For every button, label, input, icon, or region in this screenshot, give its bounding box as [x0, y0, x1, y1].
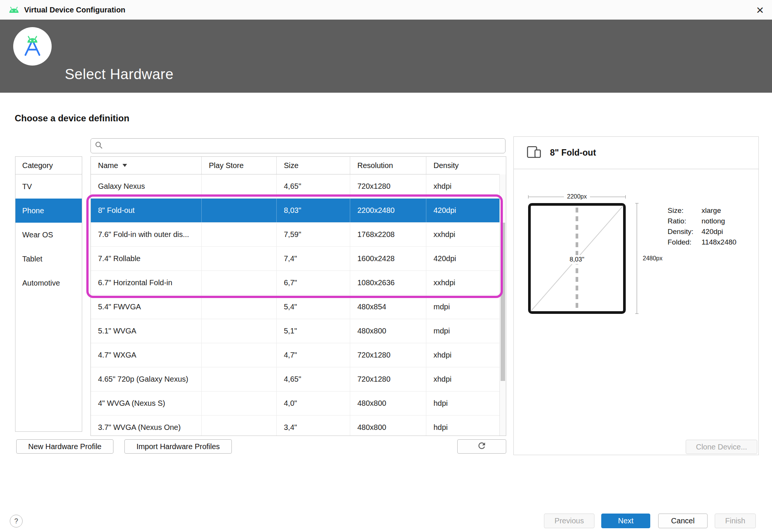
cell-density: hdpi [426, 416, 499, 436]
cell-resolution: 720x1280 [350, 343, 426, 367]
cell-size: 7,4" [277, 247, 350, 271]
cell-name: 4.7" WXGA [91, 343, 202, 367]
help-button[interactable]: ? [10, 515, 23, 527]
category-item[interactable]: Tablet [15, 247, 82, 271]
cell-playstore [202, 247, 277, 271]
cell-resolution: 480x800 [350, 391, 426, 415]
spec-label: Size: [668, 205, 702, 216]
android-logo-icon [8, 6, 20, 14]
import-hardware-profiles-button[interactable]: Import Hardware Profiles [124, 439, 232, 454]
clone-device-button[interactable]: Clone Device... [686, 440, 757, 454]
spec-row: Folded: 1148x2480 [668, 237, 737, 248]
new-hardware-profile-button[interactable]: New Hardware Profile [16, 439, 113, 454]
virtual-device-configuration-window: Virtual Device Configuration × Select Ha… [0, 0, 772, 532]
table-row[interactable]: 5.1" WVGA 5,1" 480x800 mdpi [91, 319, 499, 343]
finish-button[interactable]: Finish [715, 514, 756, 528]
refresh-button[interactable] [457, 439, 506, 454]
next-button[interactable]: Next [601, 514, 650, 528]
cell-density: 420dpi [426, 247, 499, 271]
cell-density: xhdpi [426, 367, 499, 391]
cell-size: 4,7" [277, 343, 350, 367]
cell-size: 4,0" [277, 391, 350, 415]
cell-resolution: 720x1280 [350, 174, 426, 198]
spec-label: Folded: [668, 237, 702, 248]
cell-density: mdpi [426, 295, 499, 319]
column-header-name[interactable]: Name [91, 157, 202, 174]
cell-playstore [202, 223, 277, 246]
table-row[interactable]: 8" Fold-out 8,03" 2200x2480 420dpi [91, 199, 499, 223]
table-row[interactable]: 4.7" WXGA 4,7" 720x1280 xhdpi [91, 343, 499, 367]
column-header-resolution[interactable]: Resolution [350, 157, 426, 174]
column-header-playstore[interactable]: Play Store [202, 157, 277, 174]
wizard-header: Select Hardware [0, 20, 772, 93]
spec-row: Ratio: notlong [668, 216, 737, 226]
category-item[interactable]: Automotive [15, 271, 82, 295]
category-item[interactable]: Wear OS [15, 223, 82, 247]
cell-density: mdpi [426, 319, 499, 343]
cell-playstore [202, 271, 277, 295]
preview-title-row: 8" Fold-out [514, 137, 758, 169]
spec-row: Density: 420dpi [668, 226, 737, 237]
table-row[interactable]: Galaxy Nexus 4,65" 720x1280 xhdpi [91, 174, 499, 199]
table-row[interactable]: 4.65" 720p (Galaxy Nexus) 4,65" 720x1280… [91, 367, 499, 391]
cell-name: 4" WVGA (Nexus S) [91, 391, 202, 415]
cell-name: 5.1" WVGA [91, 319, 202, 343]
cell-playstore [202, 295, 277, 319]
table-row[interactable]: 5.4" FWVGA 5,4" 480x854 mdpi [91, 295, 499, 319]
cell-playstore [202, 416, 277, 436]
table-row[interactable]: 4" WVGA (Nexus S) 4,0" 480x800 hdpi [91, 391, 499, 416]
cell-density: xhdpi [426, 174, 499, 198]
search-icon [95, 141, 103, 151]
preview-device-name: 8" Fold-out [550, 148, 596, 158]
device-pair-icon [527, 146, 542, 160]
cell-playstore [202, 391, 277, 415]
table-row[interactable]: 7.4" Rollable 7,4" 1600x2428 420dpi [91, 247, 499, 271]
cell-name: 5.4" FWVGA [91, 295, 202, 319]
device-outline: 8,03" [528, 203, 626, 314]
cell-name: 7.6" Fold-in with outer dis... [91, 223, 202, 246]
cell-name: 7.4" Rollable [91, 247, 202, 271]
cell-density: xxhdpi [426, 271, 499, 295]
category-item[interactable]: Phone [15, 199, 82, 223]
cell-resolution: 2200x2480 [350, 199, 426, 222]
cell-playstore [202, 343, 277, 367]
search-input[interactable] [106, 139, 501, 153]
spec-label: Density: [668, 226, 702, 237]
table-row[interactable]: 7.6" Fold-in with outer dis... 7,59" 176… [91, 223, 499, 247]
cell-name: 4.65" 720p (Galaxy Nexus) [91, 367, 202, 391]
cell-density: 420dpi [426, 199, 499, 222]
width-dimension: 2200px [528, 193, 626, 200]
height-dimension-label: 2480px [641, 255, 664, 262]
device-preview-panel: 8" Fold-out 2200px 8,03" 2480px Size: xl… [513, 136, 759, 455]
width-dimension-label: 2200px [567, 193, 587, 200]
cell-name: 8" Fold-out [91, 199, 202, 222]
wizard-title: Select Hardware [65, 66, 173, 83]
table-row[interactable]: 6.7" Horizontal Fold-in 6,7" 1080x2636 x… [91, 271, 499, 295]
spec-value: 1148x2480 [702, 237, 737, 248]
spec-value: xlarge [702, 205, 721, 216]
table-scrollbar[interactable] [499, 174, 506, 436]
category-panel: Category TV Phone Wear OS Tablet Automot… [15, 156, 82, 432]
cell-size: 5,1" [277, 319, 350, 343]
category-item[interactable]: TV [15, 174, 82, 199]
cell-size: 5,4" [277, 295, 350, 319]
section-heading: Choose a device definition [15, 113, 129, 124]
previous-button[interactable]: Previous [544, 514, 594, 528]
column-header-density[interactable]: Density [426, 157, 499, 174]
cell-resolution: 480x854 [350, 295, 426, 319]
refresh-icon [477, 441, 487, 453]
spec-row: Size: xlarge [668, 205, 737, 216]
column-header-size[interactable]: Size [277, 157, 350, 174]
cell-density: hdpi [426, 391, 499, 415]
cell-size: 7,59" [277, 223, 350, 246]
cell-resolution: 1080x2636 [350, 271, 426, 295]
cancel-button[interactable]: Cancel [658, 514, 708, 528]
cell-playstore [202, 319, 277, 343]
close-icon[interactable]: × [756, 3, 764, 16]
titlebar[interactable]: Virtual Device Configuration × [0, 0, 772, 20]
table-row[interactable]: 3.7" WVGA (Nexus One) 3,4" 480x800 hdpi [91, 416, 499, 436]
spec-value: notlong [702, 216, 725, 226]
device-table: Name Play Store Size Resolution Density … [90, 156, 506, 436]
scrollbar-thumb[interactable] [501, 223, 505, 381]
cell-name: Galaxy Nexus [91, 174, 202, 198]
